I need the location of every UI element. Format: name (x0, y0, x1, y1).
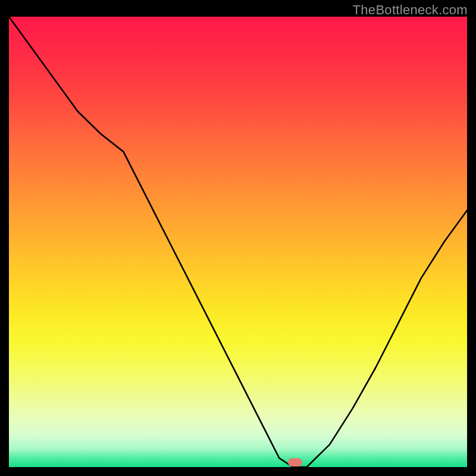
bottleneck-curve (9, 17, 467, 467)
source-label: TheBottleneck.com (353, 2, 468, 18)
plot-area (9, 17, 467, 467)
chart-frame: TheBottleneck.com (0, 0, 476, 476)
optimal-marker (288, 458, 302, 466)
